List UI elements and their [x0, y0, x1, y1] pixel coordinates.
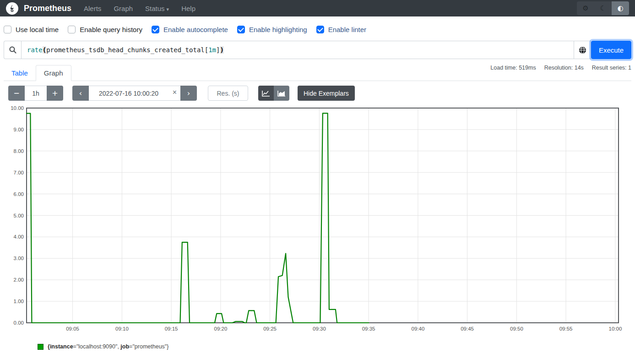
chevron-left-icon: ‹	[79, 89, 82, 98]
execute-button[interactable]: Execute	[591, 41, 631, 59]
contrast-icon[interactable]: ◐	[612, 1, 629, 15]
search-icon	[4, 41, 21, 59]
range-group: − +	[8, 86, 63, 101]
query-expression: rate(prometheus_tsdb_head_chunks_created…	[27, 46, 224, 54]
svg-text:09:40: 09:40	[412, 326, 425, 331]
svg-text:8.00: 8.00	[14, 148, 24, 154]
svg-text:10:00: 10:00	[609, 326, 622, 331]
datetime-input[interactable]	[89, 86, 180, 101]
theme-toggle-group: ⚙ ☾ ◐	[577, 1, 629, 15]
svg-text:09:15: 09:15	[165, 326, 178, 331]
svg-text:9.00: 9.00	[14, 127, 24, 132]
svg-text:1.00: 1.00	[14, 299, 24, 304]
graph-canvas[interactable]: 09:0509:1009:1509:2009:2509:3009:3509:40…	[0, 104, 635, 338]
checkbox-use-local-time[interactable]: Use local time	[4, 26, 59, 33]
globe-icon	[579, 46, 586, 54]
svg-text:6.00: 6.00	[14, 191, 24, 197]
checkbox-box[interactable]	[316, 26, 324, 33]
legend-item[interactable]: {instance="localhost:9090", job="prometh…	[38, 343, 635, 350]
svg-text:09:05: 09:05	[66, 326, 79, 331]
range-decrease-button[interactable]: −	[8, 86, 25, 101]
svg-text:10.00: 10.00	[11, 105, 24, 111]
checkbox-box[interactable]	[237, 26, 245, 33]
nav-status-dropdown[interactable]: Status▾	[145, 5, 169, 12]
checkbox-box[interactable]	[4, 26, 11, 33]
svg-text:2.00: 2.00	[14, 277, 24, 283]
result-series: Result series: 1	[592, 65, 631, 71]
series-label: {instance="localhost:9090", job="prometh…	[48, 343, 168, 350]
app-title[interactable]: Prometheus	[24, 4, 71, 13]
svg-text:5.00: 5.00	[14, 213, 24, 218]
checkbox-box[interactable]	[152, 26, 159, 33]
time-picker-group: ‹ × ›	[72, 86, 197, 101]
time-back-button[interactable]: ‹	[72, 86, 89, 101]
query-bar: rate(prometheus_tsdb_head_chunks_created…	[4, 41, 631, 59]
range-increase-button[interactable]: +	[47, 86, 63, 101]
prometheus-logo-icon[interactable]	[6, 2, 18, 15]
nav-alerts[interactable]: Alerts	[84, 5, 101, 12]
clear-time-icon[interactable]: ×	[173, 88, 177, 97]
svg-text:09:55: 09:55	[559, 326, 573, 331]
navbar: Prometheus Alerts Graph Status▾ Help ⚙ ☾…	[0, 0, 635, 16]
query-expression-input[interactable]: rate(prometheus_tsdb_head_chunks_created…	[21, 41, 574, 59]
series-color-swatch	[38, 344, 43, 350]
svg-text:3.00: 3.00	[14, 255, 24, 261]
checkbox-enable-autocomplete[interactable]: Enable autocomplete	[152, 26, 228, 33]
checkbox-enable-highlighting[interactable]: Enable highlighting	[237, 26, 307, 33]
tab-graph[interactable]: Graph	[36, 65, 71, 81]
line-chart-icon[interactable]	[258, 86, 274, 101]
svg-text:09:50: 09:50	[510, 326, 523, 331]
chevron-down-icon: ▾	[167, 6, 169, 12]
svg-text:4.00: 4.00	[14, 234, 24, 239]
moon-icon[interactable]: ☾	[594, 1, 612, 15]
options-row: Use local time Enable query history Enab…	[0, 16, 635, 39]
stacked-chart-icon[interactable]	[274, 86, 289, 101]
settings-icon[interactable]: ⚙	[577, 1, 594, 15]
svg-text:09:35: 09:35	[362, 326, 375, 331]
svg-text:09:10: 09:10	[115, 326, 129, 331]
query-stats: Load time: 519ms Resolution: 14s Result …	[490, 65, 631, 71]
nav-help[interactable]: Help	[181, 5, 195, 12]
load-time: Load time: 519ms	[490, 65, 536, 71]
resolution: Resolution: 14s	[544, 65, 584, 71]
svg-text:0.00: 0.00	[14, 320, 24, 326]
result-tabs: Table Graph Load time: 519ms Resolution:…	[4, 64, 631, 81]
svg-text:7.00: 7.00	[14, 170, 24, 175]
checkbox-box[interactable]	[68, 26, 76, 33]
svg-text:09:20: 09:20	[214, 326, 228, 331]
chart-section: 09:0509:1009:1509:2009:2509:3009:3509:40…	[0, 104, 635, 338]
graph-controls: − + ‹ × › Hide Exemplars	[8, 86, 635, 101]
svg-text:09:45: 09:45	[461, 326, 474, 331]
resolution-input[interactable]	[208, 86, 248, 101]
checkbox-enable-linter[interactable]: Enable linter	[316, 26, 366, 33]
metrics-explorer-button[interactable]	[574, 41, 591, 59]
tab-table[interactable]: Table	[4, 65, 36, 81]
chart-type-toggle	[258, 86, 289, 101]
svg-text:09:25: 09:25	[263, 326, 277, 331]
time-forward-button[interactable]: ›	[180, 86, 197, 101]
chevron-right-icon: ›	[187, 89, 190, 98]
svg-text:09:30: 09:30	[313, 326, 326, 331]
checkbox-enable-query-history[interactable]: Enable query history	[68, 26, 142, 33]
hide-exemplars-button[interactable]: Hide Exemplars	[298, 86, 355, 101]
nav-graph[interactable]: Graph	[114, 5, 133, 12]
range-input[interactable]	[25, 86, 47, 101]
